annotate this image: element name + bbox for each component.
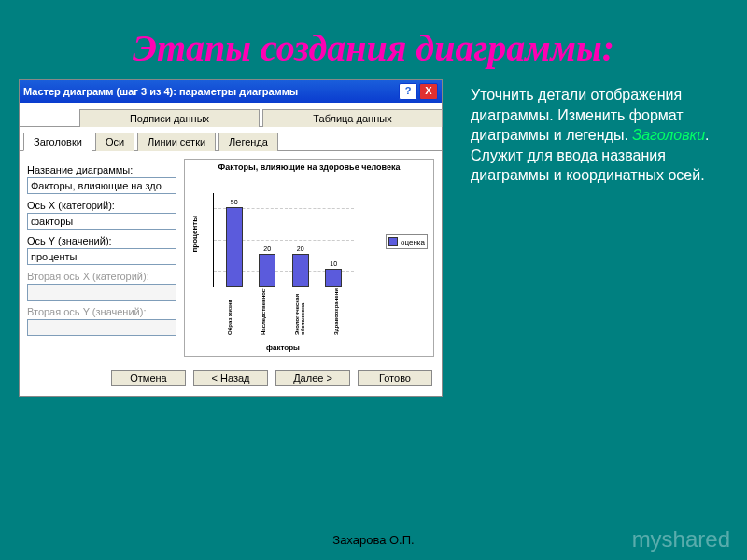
back-button[interactable]: < Назад — [193, 370, 268, 386]
tab-legend[interactable]: Легенда — [218, 133, 278, 151]
tab-data-table[interactable]: Таблица данных — [262, 109, 443, 127]
y-axis-label: Ось Y (значений): — [27, 235, 176, 246]
preview-xlabel: факторы — [213, 343, 353, 352]
bar-value: 20 — [293, 245, 308, 252]
titles-fields: Название диаграммы: Ось X (категорий): О… — [27, 159, 176, 357]
watermark: myshared — [632, 526, 730, 553]
help-button[interactable]: ? — [399, 83, 417, 100]
tab-titles[interactable]: Заголовки — [23, 133, 92, 151]
bar-value: 20 — [260, 245, 275, 252]
next-button[interactable]: Далее > — [275, 370, 350, 386]
chart-title-label: Название диаграммы: — [27, 164, 176, 175]
legend-text: оценка — [401, 238, 425, 246]
x-axis-label: Ось X (категорий): — [27, 200, 176, 211]
tab-axes[interactable]: Оси — [95, 133, 134, 151]
x2-axis-label: Вторая ось X (категорий): — [27, 271, 176, 282]
tab-gridlines[interactable]: Линии сетки — [137, 133, 216, 151]
finish-button[interactable]: Готово — [358, 370, 432, 386]
x2-axis-input — [27, 284, 176, 301]
bar-value: 10 — [326, 260, 341, 267]
preview-title: Факторы, влияющие на здоровье человека — [187, 163, 431, 173]
dialog-title: Мастер диаграмм (шаг 3 из 4): параметры … — [23, 86, 298, 97]
category-label: Экологическая обстановка — [294, 288, 305, 335]
category-label: Наследственность — [261, 288, 266, 335]
legend-swatch-icon — [388, 237, 398, 246]
preview-ylabel: проценты — [190, 216, 199, 253]
slide-title: Этапы создания диаграммы: — [0, 0, 747, 79]
chart-title-input[interactable] — [27, 177, 176, 194]
wizard-dialog: Мастер диаграмм (шаг 3 из 4): параметры … — [19, 79, 443, 397]
bar: 20 — [259, 254, 275, 287]
category-label: Здравоохранение — [333, 288, 339, 335]
category-label: Образ жизни — [227, 288, 233, 335]
explanation-text: Уточнить детали отображения диаграммы. И… — [443, 79, 728, 397]
y2-axis-label: Вторая ось Y (значений): — [27, 306, 176, 317]
titlebar: Мастер диаграмм (шаг 3 из 4): параметры … — [20, 80, 442, 103]
cancel-button[interactable]: Отмена — [111, 370, 186, 386]
close-button[interactable]: X — [419, 83, 438, 100]
tab-data-labels[interactable]: Подписи данных — [79, 109, 260, 127]
x-axis-input[interactable] — [27, 213, 176, 230]
y2-axis-input — [27, 319, 176, 336]
chart-preview: Факторы, влияющие на здоровье человека п… — [184, 159, 434, 357]
bar: 10 — [325, 269, 342, 287]
bar: 20 — [292, 254, 309, 287]
bar: 50 — [226, 207, 243, 287]
preview-chart-area: 50202010 — [213, 193, 354, 287]
explain-highlight: Заголовки — [632, 127, 705, 143]
bar-value: 50 — [227, 199, 242, 205]
y-axis-input[interactable] — [27, 248, 176, 265]
preview-legend: оценка — [386, 234, 428, 249]
